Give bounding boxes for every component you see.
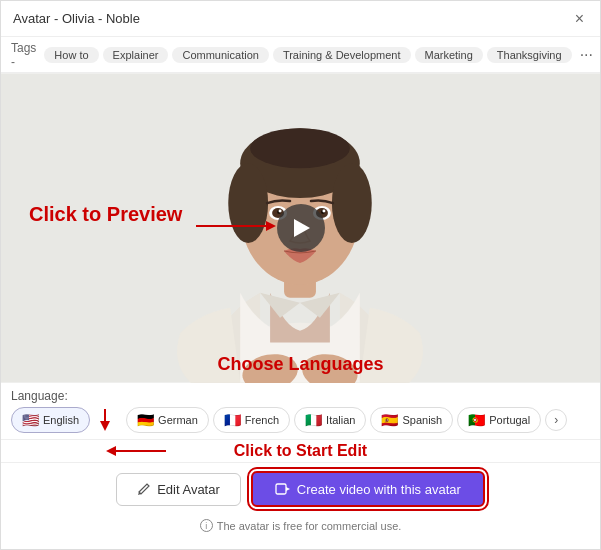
- bottom-actions: Edit Avatar Create video with this avata…: [1, 462, 600, 515]
- svg-point-9: [250, 128, 350, 168]
- tag-training[interactable]: Training & Development: [273, 47, 411, 63]
- edit-avatar-label: Edit Avatar: [157, 482, 220, 497]
- edit-icon: [137, 482, 151, 496]
- lang-english-label: English: [43, 414, 79, 426]
- language-section: Language: 🇺🇸 English 🇩🇪 German 🇫🇷 French…: [1, 383, 600, 440]
- lang-english[interactable]: 🇺🇸 English: [11, 407, 90, 433]
- flag-fr: 🇫🇷: [224, 412, 241, 428]
- tags-bar: Tags - How to Explainer Communication Tr…: [1, 37, 600, 73]
- footer-note-text: The avatar is free for commercial use.: [217, 520, 402, 532]
- edit-arrow-indicator: [106, 442, 166, 460]
- language-label: Language:: [11, 389, 590, 403]
- create-video-button[interactable]: Create video with this avatar: [251, 471, 485, 507]
- language-row: 🇺🇸 English 🇩🇪 German 🇫🇷 French 🇮🇹 Italia…: [11, 407, 590, 433]
- lang-french-label: French: [245, 414, 279, 426]
- tag-thanksgiving[interactable]: Thanksgiving: [487, 47, 572, 63]
- window-title: Avatar - Olivia - Noble: [13, 11, 140, 26]
- create-video-label: Create video with this avatar: [297, 482, 461, 497]
- video-icon: [275, 481, 291, 497]
- lang-italian[interactable]: 🇮🇹 Italian: [294, 407, 366, 433]
- lang-german-label: German: [158, 414, 198, 426]
- lang-scroll-next[interactable]: ›: [545, 409, 567, 431]
- svg-point-8: [332, 163, 372, 243]
- title-bar: Avatar - Olivia - Noble ×: [1, 1, 600, 37]
- info-icon: i: [200, 519, 213, 532]
- flag-pt: 🇵🇹: [468, 412, 485, 428]
- flag-de: 🇩🇪: [137, 412, 154, 428]
- lang-spanish-label: Spanish: [402, 414, 442, 426]
- svg-marker-23: [106, 446, 116, 456]
- svg-rect-24: [276, 484, 286, 494]
- lang-german[interactable]: 🇩🇪 German: [126, 407, 209, 433]
- video-preview-area: Click to Preview Choose Languages: [1, 73, 600, 383]
- edit-annotation-area: Click to Start Edit: [1, 440, 600, 462]
- play-button[interactable]: [277, 204, 325, 252]
- lang-italian-label: Italian: [326, 414, 355, 426]
- play-icon: [294, 219, 310, 237]
- edit-annotation: Click to Start Edit: [234, 442, 367, 459]
- tags-label: Tags -: [11, 41, 36, 69]
- tags-more-button[interactable]: ···: [576, 46, 597, 64]
- svg-point-17: [322, 210, 325, 213]
- lang-portugal-label: Portugal: [489, 414, 530, 426]
- close-button[interactable]: ×: [571, 9, 588, 29]
- svg-point-7: [228, 163, 268, 243]
- tag-explainer[interactable]: Explainer: [103, 47, 169, 63]
- tag-howto[interactable]: How to: [44, 47, 98, 63]
- tag-marketing[interactable]: Marketing: [415, 47, 483, 63]
- svg-marker-25: [286, 487, 290, 491]
- lang-spanish[interactable]: 🇪🇸 Spanish: [370, 407, 453, 433]
- flag-us: 🇺🇸: [22, 412, 39, 428]
- footer-note: i The avatar is free for commercial use.: [1, 515, 600, 538]
- flag-es: 🇪🇸: [381, 412, 398, 428]
- flag-it: 🇮🇹: [305, 412, 322, 428]
- lang-french[interactable]: 🇫🇷 French: [213, 407, 290, 433]
- lang-portugal[interactable]: 🇵🇹 Portugal: [457, 407, 541, 433]
- edit-arrow: [90, 409, 120, 431]
- edit-avatar-button[interactable]: Edit Avatar: [116, 473, 241, 506]
- tag-communication[interactable]: Communication: [172, 47, 268, 63]
- svg-marker-21: [100, 421, 110, 431]
